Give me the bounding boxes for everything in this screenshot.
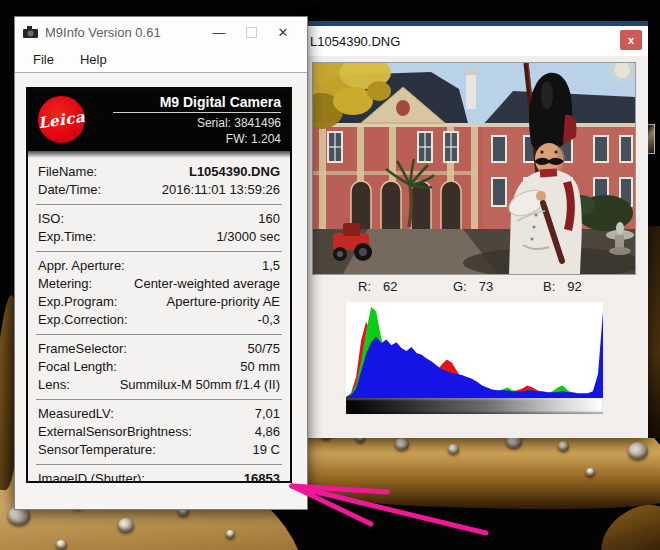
viewer-title: L1054390.DNG [303, 34, 400, 49]
field-label: Date/Time: [38, 181, 101, 199]
info-panel: Leica M9 Digital Camera Serial: 3841496 … [26, 87, 292, 483]
minimize-button[interactable]: — [203, 20, 235, 44]
field-label: FileName: [38, 163, 97, 181]
maximize-button[interactable] [235, 20, 267, 44]
maximize-icon [246, 27, 257, 38]
info-row: Exp.Correction: -0,3 [38, 311, 280, 329]
field-value: 16853 [244, 470, 280, 483]
camera-header: Leica M9 Digital Camera Serial: 3841496 … [28, 89, 290, 151]
water-droplet [558, 441, 569, 451]
viewer-close-button[interactable]: x [620, 30, 642, 50]
field-value: Summilux-M 50mm f/1.4 (II) [120, 376, 280, 394]
info-row: MeasuredLV: 7,01 [38, 405, 280, 423]
field-label: SensorTemperature: [38, 441, 156, 459]
field-label: Exp.Program: [38, 293, 117, 311]
water-droplet [226, 530, 235, 538]
green-value: 73 [479, 279, 493, 294]
field-label: ExternalSensorBrightness: [38, 423, 192, 441]
info-group: ISO: 160 Exp.Time: 1/3000 sec [36, 204, 282, 251]
field-value: Aperture-priority AE [167, 293, 280, 311]
field-value: -0,3 [258, 311, 280, 329]
close-button[interactable]: ✕ [267, 20, 299, 44]
camera-firmware: FW: 1.204 [113, 131, 281, 147]
info-group: FrameSelector: 50/75 Focal Length: 50 mm… [36, 334, 282, 399]
field-value: 4,86 [255, 423, 280, 441]
histogram-svg [346, 302, 603, 398]
field-value: 2016:11:01 13:59:26 [162, 181, 280, 199]
water-droplet [448, 444, 459, 454]
field-label: ImageID (Shutter): [38, 470, 145, 483]
camera-icon [23, 26, 38, 38]
field-value: 19 C [253, 441, 280, 459]
field-label: Lens: [38, 376, 70, 394]
red-value: 62 [383, 279, 397, 294]
water-droplet [628, 442, 648, 459]
field-label: MeasuredLV: [38, 405, 114, 423]
info-group: FileName: L1054390.DNG Date/Time: 2016:1… [28, 158, 290, 204]
info-row: Date/Time: 2016:11:01 13:59:26 [38, 181, 280, 199]
info-row: Exp.Time: 1/3000 sec [38, 228, 280, 246]
info-group: MeasuredLV: 7,01 ExternalSensorBrightnes… [36, 399, 282, 464]
field-label: Exp.Time: [38, 228, 96, 246]
field-value: 160 [258, 210, 280, 228]
field-label: FrameSelector: [38, 340, 127, 358]
m9info-titlebar[interactable]: M9Info Version 0.61 — ✕ [15, 17, 307, 47]
menu-file[interactable]: File [33, 52, 54, 67]
info-row: FileName: L1054390.DNG [38, 163, 280, 181]
info-row: SensorTemperature: 19 C [38, 441, 280, 459]
info-group: ImageID (Shutter): 16853 [36, 464, 282, 483]
blue-value: 92 [567, 279, 581, 294]
viewer-titlebar[interactable]: L1054390.DNG x [303, 26, 648, 56]
header-shadow [28, 151, 290, 158]
field-value: 50 mm [240, 358, 280, 376]
info-row: Lens: Summilux-M 50mm f/1.4 (II) [38, 376, 280, 394]
wallpaper-leaf [646, 226, 660, 438]
field-value: L1054390.DNG [189, 163, 280, 181]
histogram-channel-blue [346, 312, 603, 398]
water-droplet [56, 540, 67, 549]
close-icon: ✕ [278, 25, 289, 40]
info-row: Appr. Aperture: 1,5 [38, 257, 280, 275]
info-row: ISO: 160 [38, 210, 280, 228]
close-icon: x [628, 34, 634, 46]
info-row: Focal Length: 50 mm [38, 358, 280, 376]
info-row: Metering: Center-weighted average [38, 275, 280, 293]
field-value: 1/3000 sec [216, 228, 280, 246]
field-label: Focal Length: [38, 358, 117, 376]
info-row: Exp.Program: Aperture-priority AE [38, 293, 280, 311]
menu-help[interactable]: Help [80, 52, 107, 67]
field-value: 50/75 [247, 340, 280, 358]
gradient-bar [346, 398, 603, 414]
info-group: Appr. Aperture: 1,5 Metering: Center-wei… [36, 251, 282, 334]
field-value: 1,5 [262, 257, 280, 275]
field-label: Metering: [38, 275, 92, 293]
leica-logo-icon: Leica [38, 96, 85, 143]
camera-serial: Serial: 3841496 [113, 115, 281, 131]
field-value: Center-weighted average [134, 275, 280, 293]
green-label: G: [453, 279, 467, 294]
info-row: ExternalSensorBrightness: 4,86 [38, 423, 280, 441]
field-value: 7,01 [255, 405, 280, 423]
field-label: Appr. Aperture: [38, 257, 125, 275]
water-droplet [395, 438, 409, 450]
minimize-icon: — [213, 25, 226, 40]
field-label: Exp.Correction: [38, 311, 128, 329]
window-title: M9Info Version 0.61 [45, 25, 203, 40]
red-label: R: [358, 279, 371, 294]
info-row: ImageID (Shutter): 16853 [38, 470, 280, 483]
photo-preview [312, 62, 636, 275]
menubar: File Help [15, 47, 307, 73]
camera-model: M9 Digital Camera [113, 94, 281, 113]
image-viewer-window: L1054390.DNG x [303, 21, 648, 438]
blue-label: B: [543, 279, 555, 294]
desktop: 439 L1054390.DNG x [0, 0, 660, 550]
rgb-readout: R: 62 G: 73 B: 92 [303, 279, 648, 299]
water-droplet [586, 468, 595, 476]
water-droplet [118, 518, 134, 532]
field-label: ISO: [38, 210, 64, 228]
m9info-window: M9Info Version 0.61 — ✕ File Help Leica … [14, 16, 308, 510]
info-row: FrameSelector: 50/75 [38, 340, 280, 358]
